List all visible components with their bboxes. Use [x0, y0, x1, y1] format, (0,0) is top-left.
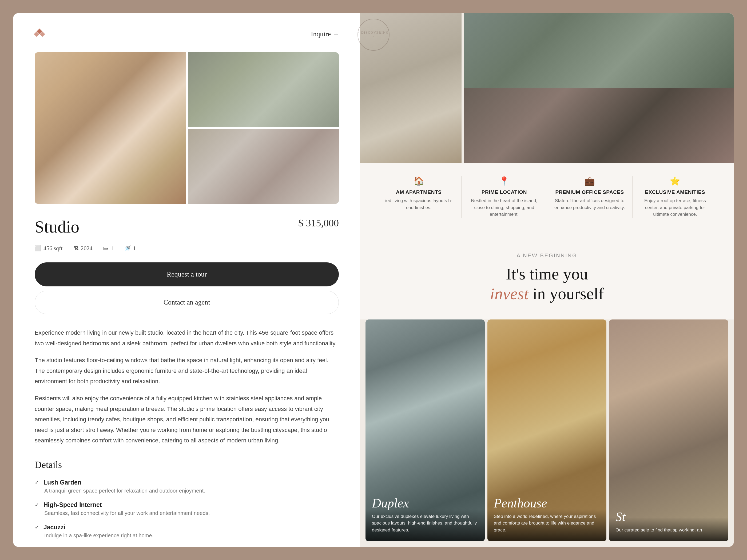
detail-garden-title: Lush Garden — [44, 479, 81, 486]
year-icon: 🏗 — [73, 245, 79, 251]
property-description: Experience modern living in our newly bu… — [35, 327, 339, 446]
cta-line2-plain: in yourself — [529, 285, 604, 303]
logo-icon — [35, 29, 44, 39]
right-image-bottom — [464, 88, 733, 163]
detail-jacuzzi-desc: Indulge in a spa-like experience right a… — [44, 533, 339, 539]
right-image-right-wrapper — [464, 14, 733, 163]
right-image-top — [464, 14, 733, 88]
inquire-label: Inquire — [311, 30, 331, 38]
right-top-images — [360, 14, 733, 163]
feature-apartments-title: AM APARTMENTS — [382, 189, 456, 195]
property-title: Studio — [35, 217, 79, 237]
bedrooms-value: 1 — [111, 245, 114, 252]
meta-size: ⬜ 456 sqft — [35, 245, 63, 252]
cta-invest-word: invest — [490, 285, 529, 303]
check-icon-security: ✓ — [35, 546, 39, 547]
cta-title: It's time you invest in yourself — [387, 264, 707, 304]
studio-small-desc: Our curated sele to find that sp working… — [616, 527, 722, 534]
watermark: ◦ DISCOVERING ◦ — [358, 19, 389, 51]
contact-agent-button[interactable]: Contact an agent — [35, 291, 339, 314]
property-meta: ⬜ 456 sqft 🏗 2024 🛏 1 🚿 1 — [35, 245, 339, 252]
features-row: 🏠 AM APARTMENTS ied living with spacious… — [360, 163, 733, 231]
feature-apartments: 🏠 AM APARTMENTS ied living with spacious… — [376, 176, 462, 218]
meta-bedrooms: 🛏 1 — [103, 245, 114, 252]
logo — [35, 29, 44, 39]
bathroom-image — [188, 129, 339, 204]
studio-small-overlay: St Our curated sele to find that sp work… — [609, 501, 728, 541]
detail-internet-desc: Seamless, fast connectivity for all your… — [44, 510, 339, 516]
feature-office-desc: State-of-the-art offices designed to enh… — [552, 197, 627, 211]
right-panel: 🏠 AM APARTMENTS ied living with spacious… — [360, 14, 733, 547]
detail-security-title: 24/7 Security — [44, 546, 81, 547]
photo-kitchen[interactable] — [188, 52, 339, 127]
desc-paragraph-2: The studio features floor-to-ceiling win… — [35, 355, 339, 387]
cta-line1: It's time you — [506, 265, 588, 283]
details-title: Details — [35, 459, 339, 471]
kitchen-image — [188, 52, 339, 127]
size-value: 456 sqft — [44, 245, 63, 252]
property-header: Studio $ 315,000 — [35, 217, 339, 237]
apartments-icon: 🏠 — [382, 176, 456, 186]
property-detail-panel: Inquire → Studio $ 315,000 ⬜ 456 — [14, 14, 360, 547]
detail-item-security: ✓ 24/7 Security Comprehensive security s… — [35, 546, 339, 547]
penthouse-name: Penthouse — [494, 496, 600, 510]
feature-location-desc: Nestled in the heart of the island, clos… — [467, 197, 541, 218]
meta-bathrooms: 🚿 1 — [124, 245, 136, 252]
feature-office: 💼 PREMIUM OFFICE SPACES State-of-the-art… — [547, 176, 633, 218]
feature-amenities-desc: Enjoy a rooftop terrace, fitness center,… — [638, 197, 712, 218]
feature-amenities-title: EXCLUSIVE AMENITIES — [638, 189, 712, 195]
check-icon-garden: ✓ — [35, 479, 39, 486]
duplex-desc: Our exclusive duplexes elevate luxury li… — [372, 513, 478, 534]
bath-icon: 🚿 — [124, 245, 131, 251]
bed-icon: 🛏 — [103, 245, 109, 251]
photo-grid — [35, 52, 339, 204]
watermark-text: ◦ DISCOVERING ◦ — [358, 31, 389, 39]
feature-location-title: PRIME LOCATION — [467, 189, 541, 195]
amenities-icon: ⭐ — [638, 176, 712, 186]
check-icon-jacuzzi: ✓ — [35, 524, 39, 530]
cta-subtitle: A NEW BEGINNING — [387, 252, 707, 259]
duplex-overlay: Duplex Our exclusive duplexes elevate lu… — [365, 488, 485, 541]
card-penthouse[interactable]: Penthouse Step into a world redefined, w… — [487, 319, 607, 541]
penthouse-desc: Step into a world redefined, where your … — [494, 513, 600, 534]
feature-amenities: ⭐ EXCLUSIVE AMENITIES Enjoy a rooftop te… — [633, 176, 718, 218]
photo-bedroom[interactable] — [35, 52, 186, 204]
detail-item-internet: ✓ High-Speed Internet Seamless, fast con… — [35, 501, 339, 516]
meta-year: 🏗 2024 — [73, 245, 93, 252]
header: Inquire → — [35, 29, 339, 39]
desc-paragraph-1: Experience modern living in our newly bu… — [35, 327, 339, 349]
property-price: $ 315,000 — [298, 217, 339, 229]
penthouse-overlay: Penthouse Step into a world redefined, w… — [487, 488, 607, 541]
feature-location: 📍 PRIME LOCATION Nestled in the heart of… — [462, 176, 547, 218]
inquire-arrow-icon: → — [333, 31, 339, 37]
feature-apartments-desc: ied living with spacious layouts h-end f… — [382, 197, 456, 211]
bathrooms-value: 1 — [133, 245, 136, 252]
detail-item-garden: ✓ Lush Garden A tranquil green space per… — [35, 479, 339, 494]
property-cards: Duplex Our exclusive duplexes elevate lu… — [360, 319, 733, 547]
photo-bathroom[interactable] — [188, 129, 339, 204]
location-icon: 📍 — [467, 176, 541, 186]
size-icon: ⬜ — [35, 245, 41, 251]
inquire-button[interactable]: Inquire → — [311, 30, 339, 38]
desc-paragraph-3: Residents will also enjoy the convenienc… — [35, 393, 339, 446]
office-icon: 💼 — [552, 176, 627, 186]
duplex-name: Duplex — [372, 496, 478, 510]
detail-item-jacuzzi: ✓ Jacuzzi Indulge in a spa-like experien… — [35, 524, 339, 539]
detail-internet-title: High-Speed Internet — [44, 501, 102, 509]
card-studio-small[interactable]: St Our curated sele to find that sp work… — [609, 319, 728, 541]
check-icon-internet: ✓ — [35, 502, 39, 508]
request-tour-button[interactable]: Request a tour — [35, 262, 339, 286]
studio-small-name: St — [616, 509, 722, 524]
details-section: Details ✓ Lush Garden A tranquil green s… — [35, 459, 339, 547]
detail-jacuzzi-title: Jacuzzi — [44, 524, 66, 531]
bedroom-image — [35, 52, 186, 204]
card-duplex[interactable]: Duplex Our exclusive duplexes elevate lu… — [365, 319, 485, 541]
feature-office-title: PREMIUM OFFICE SPACES — [552, 189, 627, 195]
cta-section: A NEW BEGINNING It's time you invest in … — [360, 231, 733, 320]
year-value: 2024 — [81, 245, 93, 252]
detail-garden-desc: A tranquil green space perfect for relax… — [44, 488, 339, 494]
